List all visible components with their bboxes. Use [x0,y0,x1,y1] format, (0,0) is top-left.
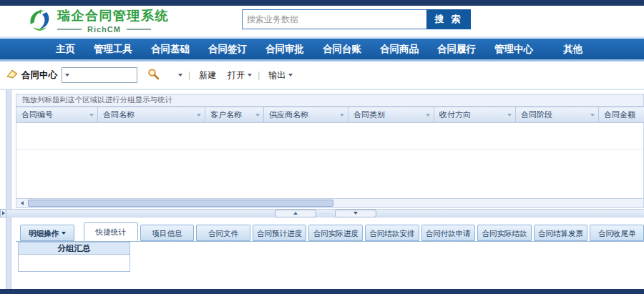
left-splitter[interactable] [6,90,11,289]
grid-header-row: 合同编号 合同名称 客户名称 供应商名称 合同类别 收付方向 合同阶段 合同金 [16,107,644,123]
chevron-down-icon [62,232,66,235]
column-header-contract-category[interactable]: 合同类别 [348,107,434,123]
export-button[interactable]: 输出 [268,69,286,82]
nav-item-tools[interactable]: 管理工具 [94,43,132,56]
chevron-down-icon[interactable] [65,74,69,77]
nav-item-home[interactable]: 主页 [56,43,75,56]
search-options-chevron-icon[interactable] [178,74,182,77]
new-button[interactable]: 新建 [199,69,216,82]
filter-icon[interactable] [197,114,201,117]
tab-closeout-form[interactable]: 合同收尾单 [590,225,644,241]
horizontal-scrollbar[interactable] [16,198,644,208]
nav-item-contract-sign[interactable]: 合同签订 [208,43,247,56]
column-header-contract-amount[interactable]: 合同金额 [599,107,644,123]
column-label: 供应商名称 [269,109,308,120]
grid-row-divider [16,149,643,150]
scroll-left-button[interactable] [17,200,26,207]
tab-settlement-invoice[interactable]: 合同结算发票 [534,225,588,241]
module-icon [6,69,19,82]
group-summary-box[interactable] [18,254,130,272]
filter-icon[interactable] [590,114,595,117]
tab-contract-files[interactable]: 合同文件 [196,225,250,241]
detail-actions-button[interactable]: 明细操作 [20,225,74,241]
filter-icon[interactable] [255,114,260,117]
nav-item-admin-center[interactable]: 管理中心 [494,43,533,56]
toolbar-separator-2: | [258,70,260,80]
nav-item-contract-approve[interactable]: 合同审批 [265,43,304,56]
nav-item-contract-base[interactable]: 合同基础 [151,43,190,56]
nav-item-other[interactable]: 其他 [563,43,582,56]
tab-planned-progress[interactable]: 合同预计进度 [253,225,307,241]
column-label: 收付方向 [439,109,471,120]
column-label: 合同编号 [21,109,53,120]
column-header-customer-name[interactable]: 客户名称 [205,107,264,123]
nav-item-contract-ledger[interactable]: 合同台账 [323,43,361,56]
panel-splitter[interactable]: ···· [7,209,644,217]
filter-icon[interactable] [426,114,430,117]
contract-management-window: 瑞企合同管理系统 RichCM 搜 索 主页 管理工具 合同基础 合同签订 合同… [0,0,644,294]
search-button[interactable]: 搜 索 [426,9,471,29]
tab-project-info[interactable]: 项目信息 [140,225,195,241]
app-subtitle: RichCM [87,25,121,34]
app-logo: 瑞企合同管理系统 RichCM [26,7,169,37]
toolbar-divider [0,89,644,90]
splitter-collapse-down-button[interactable] [335,210,376,217]
column-label: 客户名称 [210,109,242,120]
grid-body[interactable] [16,123,644,198]
column-label: 合同金额 [604,109,635,120]
logo-dash-left [57,29,82,30]
top-chrome-bar [0,0,644,6]
detail-actions-label: 明细操作 [29,225,59,241]
column-header-contract-no[interactable]: 合同编号 [16,107,98,123]
detail-tab-strip: 明细操作 快捷统计 项目信息 合同文件 合同预计进度 合同实际进度 合同结款安排… [20,222,644,241]
tab-payment-schedule[interactable]: 合同结款安排 [365,225,419,241]
splitter-grip-dots: ···· [321,210,330,217]
chevron-down-icon [353,212,358,215]
module-label: 合同中心 [21,69,57,82]
column-label: 合同名称 [103,109,135,120]
group-by-hint: 拖放列标题到这个区域以进行分组显示与统计 [22,95,172,105]
tab-actual-settlement[interactable]: 合同实际结款 [477,225,532,241]
nav-item-contract-goods[interactable]: 合同商品 [380,43,419,56]
search-input[interactable] [242,9,431,29]
nav-item-contract-perform[interactable]: 合同履行 [437,43,476,56]
toolbar: 合同中心 | 新建 打开 | 输出 [0,62,644,89]
column-header-supplier-name[interactable]: 供应商名称 [264,107,348,123]
column-header-contract-name[interactable]: 合同名称 [98,107,205,123]
group-summary-header: 分组汇总 [18,242,130,254]
module-combo-input[interactable] [62,67,137,83]
tab-payment-request[interactable]: 合同付款申请 [421,225,476,241]
tab-actual-progress[interactable]: 合同实际进度 [308,225,363,241]
chevron-up-icon [293,212,298,215]
app-title: 瑞企合同管理系统 [57,7,169,24]
chevron-left-icon [21,201,24,205]
column-label: 合同阶段 [521,109,552,120]
left-splitter-collapse-button[interactable] [0,209,6,217]
main-nav: 主页 管理工具 合同基础 合同签订 合同审批 合同台账 合同商品 合同履行 管理… [0,39,644,59]
filter-icon[interactable] [89,114,94,117]
logo-dash-right [127,29,151,30]
logo-swirl-icon [26,7,53,37]
column-header-pay-direction[interactable]: 收付方向 [434,107,516,123]
group-by-panel[interactable]: 拖放列标题到这个区域以进行分组显示与统计 [16,94,644,107]
splitter-collapse-up-button[interactable] [275,210,316,217]
column-header-contract-stage[interactable]: 合同阶段 [516,107,599,123]
open-options-chevron-icon[interactable] [248,74,252,77]
filter-icon[interactable] [340,114,344,117]
export-options-chevron-icon[interactable] [288,74,293,77]
tab-quick-stats[interactable]: 快捷统计 [84,222,138,241]
search-magnifier-icon[interactable] [147,68,160,83]
chevron-right-icon [2,211,5,215]
filter-icon[interactable] [507,114,512,117]
column-label: 合同类别 [353,109,385,120]
open-button[interactable]: 打开 [228,69,245,82]
toolbar-separator: | [188,70,190,80]
scrollbar-thumb[interactable] [28,200,333,207]
bottom-chrome-bar [0,289,644,294]
